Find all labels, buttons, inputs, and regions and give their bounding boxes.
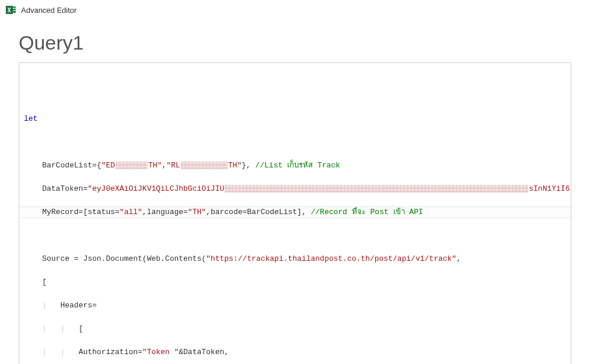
redacted-segment [225, 185, 528, 192]
code-text: [ [79, 324, 83, 333]
svg-rect-3 [13, 11, 16, 13]
keyword-let: let [24, 114, 37, 123]
code-text: [ [24, 278, 47, 286]
window-title: Advanced Editor [21, 6, 76, 15]
string-literal: TH" [228, 161, 242, 170]
string-literal: "ED [102, 161, 115, 170]
code-text: }, [242, 161, 255, 170]
string-literal: "https://trackapi.thailandpost.co.th/pos… [206, 254, 456, 263]
redacted-segment [116, 162, 148, 169]
query-name-heading: Query1 [19, 32, 571, 54]
code-text: ,barcode=BarCodeList], [206, 208, 310, 216]
code-text: ,language= [142, 208, 188, 216]
redacted-segment [181, 162, 228, 169]
code-text: Headers= [60, 301, 96, 310]
string-literal: "RL [166, 161, 180, 170]
code-text: , [456, 254, 461, 263]
string-literal: "eyJ0eXAiOiJKV1QiLCJhbGciOiJIU [88, 184, 224, 193]
code-comment: //Record ที่จะ Post เข้า API [311, 208, 423, 216]
code-text: &DataToken, [179, 348, 229, 356]
string-literal: "Token " [142, 348, 179, 356]
titlebar: Advanced Editor [0, 0, 590, 20]
code-text: MyRecord=[status= [24, 208, 120, 216]
main-content: Query1 let BarCodeList={"EDTH","RLTH"}, … [0, 20, 590, 364]
code-editor[interactable]: let BarCodeList={"EDTH","RLTH"}, //List … [19, 62, 571, 364]
code-comment: //List เก็บรหัส Track [255, 161, 340, 170]
string-literal: "all" [120, 208, 142, 216]
svg-rect-2 [13, 9, 16, 10]
excel-icon [6, 5, 16, 15]
string-literal: TH" [148, 161, 162, 170]
code-text: Source = Json.Document(Web.Contents( [24, 254, 206, 263]
string-literal: "TH" [188, 208, 206, 216]
string-literal: sInN1YiI6IkF1 [529, 184, 571, 193]
svg-rect-1 [13, 6, 16, 8]
code-text: DataToken= [24, 184, 88, 193]
code-text: BarCodeList={ [24, 161, 102, 170]
code-text: Authorization= [79, 348, 142, 356]
